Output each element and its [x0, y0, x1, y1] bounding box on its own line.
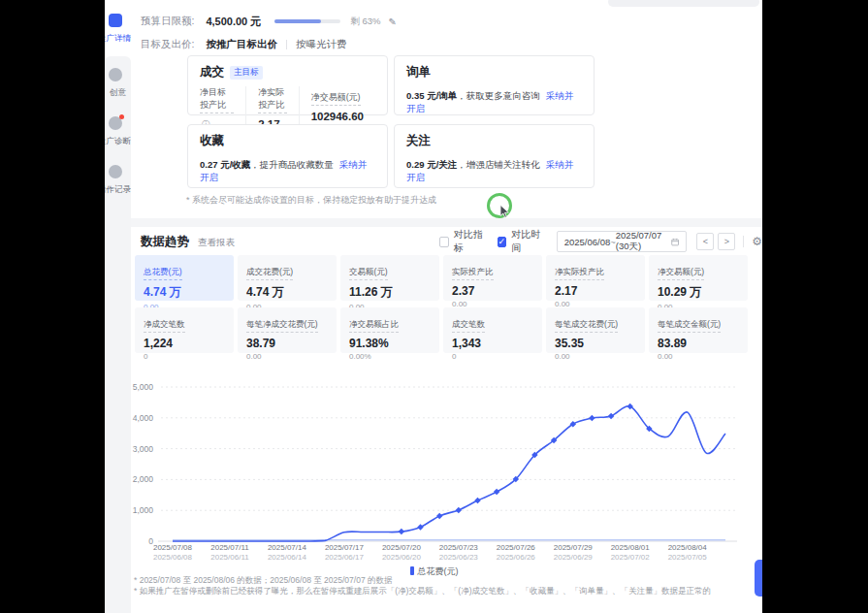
svg-text:3,000: 3,000: [133, 444, 154, 454]
metric-value: 10.29 万: [658, 284, 739, 301]
trend-metric-card[interactable]: 净交易额(元)10.29 万0.00: [649, 255, 748, 301]
goal-favorite-title: 收藏: [200, 133, 224, 149]
trend-controls: 对比指标 ✓ 对比时间 2025/06/08 ~ 2025/07/07 (30天…: [439, 232, 762, 251]
bidding-row: 目标及出价: 按推广目标出价 按曝光计费: [141, 37, 346, 52]
metric-value: 2.37: [452, 284, 533, 298]
prev-period-button[interactable]: <: [696, 233, 714, 250]
settings-gear-icon[interactable]: ⚙: [752, 236, 762, 247]
view-report-link[interactable]: 查看报表: [198, 237, 235, 249]
svg-text:5,000: 5,000: [133, 382, 154, 392]
metric-label: 净交易额(元): [658, 267, 704, 280]
sidebar-item-label: 创意: [105, 87, 131, 99]
scrollbar-thumb[interactable]: [755, 560, 762, 597]
goal-card-follow[interactable]: 关注 0.29 元/关注，增强店铺关注转化采纳并开启: [394, 124, 595, 188]
sidebar-item-0[interactable]: 推广详情: [105, 14, 131, 45]
date-range-picker[interactable]: 2025/06/08 ~ 2025/07/07 (30天): [557, 231, 688, 252]
controls-divider: [743, 236, 744, 247]
svg-text:2025/07/29: 2025/07/29: [554, 543, 594, 552]
trend-metric-card[interactable]: 净交易额占比91.38%0.00%: [340, 307, 439, 353]
trend-line-chart[interactable]: 01,0002,0003,0004,0005,0002025/07/082025…: [105, 370, 762, 564]
sidebar-item-2[interactable]: 推广诊断: [105, 116, 131, 147]
metric-label: 净实际投产比: [555, 267, 604, 280]
metric-value: 91.38%: [349, 337, 431, 350]
metric-value: 38.79: [246, 337, 328, 350]
trend-section-title: 数据趋势: [141, 234, 189, 250]
creative-icon: [109, 68, 122, 81]
svg-text:1,000: 1,000: [133, 505, 154, 515]
metric-value: 1,224: [144, 337, 225, 350]
metric-label: 成交花费(元): [246, 267, 293, 280]
diagnose-icon: [109, 116, 122, 130]
goal-card-favorite[interactable]: 收藏 0.27 元/收藏，提升商品收藏数量采纳并开启: [187, 124, 388, 188]
trend-metric-card[interactable]: 成交花费(元)4.74 万0.00: [238, 255, 337, 301]
metric-value: 1,343: [452, 337, 533, 350]
metric-label: 净交易额占比: [349, 319, 399, 333]
metric-compare-value: 0.00%: [349, 352, 431, 361]
metric-value: 83.89: [658, 337, 739, 350]
chart-footnote-disclaimer: * 如果推广在暂停或删除前已经获得了曝光，那么在暂停或重建后展示「(净)交易额」…: [134, 586, 711, 597]
metric-compare-value: 0.00: [246, 352, 328, 361]
svg-text:2025/06/26: 2025/06/26: [497, 553, 536, 562]
daily-budget-row: 预算日限额: 4,500.00 元 剩 63% ✎: [141, 14, 397, 29]
bidding-label: 目标及出价:: [141, 38, 194, 51]
daily-budget-amount: 4,500.00 元: [206, 15, 261, 29]
compare-metric-checkbox[interactable]: [439, 237, 449, 247]
goal-inquiry-title: 询单: [406, 64, 431, 81]
svg-text:2025/07/17: 2025/07/17: [325, 543, 365, 552]
svg-text:2025/07/11: 2025/07/11: [210, 543, 249, 552]
history-icon: [109, 165, 122, 178]
tab-bid-by-impression[interactable]: 按曝光计费: [296, 38, 347, 51]
budget-progress-fill: [274, 19, 321, 23]
svg-text:4,000: 4,000: [133, 413, 154, 423]
budget-remaining-label: 剩 63%: [350, 16, 380, 28]
svg-text:2,000: 2,000: [133, 474, 154, 484]
sidebar-item-label: 推广诊断: [105, 136, 131, 147]
svg-text:2025/07/20: 2025/07/20: [382, 543, 422, 552]
alert-dot: [119, 114, 124, 119]
trend-metrics-row2: 净成交笔数1,2240每笔净成交花费(元)38.790.00净交易额占比91.3…: [135, 307, 748, 353]
trend-metric-card[interactable]: 实际投产比2.370.00: [443, 255, 542, 301]
sidebar-item-3[interactable]: 操作记录: [105, 165, 131, 196]
svg-text:2025/06/08: 2025/06/08: [153, 553, 193, 562]
svg-text:2025/08/04: 2025/08/04: [668, 543, 708, 552]
svg-text:2025/07/26: 2025/07/26: [497, 543, 536, 552]
svg-text:2025/07/23: 2025/07/23: [439, 543, 479, 552]
metric-value: 4.74 万: [144, 284, 225, 301]
compare-time-checkbox[interactable]: ✓: [498, 237, 507, 247]
trend-metric-card[interactable]: 每笔成交花费(元)35.350.00: [546, 307, 645, 353]
trend-metric-card[interactable]: 每笔净成交花费(元)38.790.00: [238, 307, 337, 353]
sidebar-item-label: 推广详情: [105, 33, 131, 45]
tab-bid-by-goal[interactable]: 按推广目标出价: [206, 38, 277, 51]
trend-metric-card[interactable]: 净实际投产比2.170.00: [546, 255, 645, 301]
trend-metric-card[interactable]: 交易额(元)11.26 万0.00: [340, 255, 439, 301]
metric-compare-value: 0.00: [658, 352, 739, 361]
top-toolbar-fragment: [608, 0, 759, 7]
trend-metric-card[interactable]: 净成交笔数1,2240: [135, 307, 234, 353]
trend-metric-card[interactable]: 成交笔数1,3430: [443, 307, 542, 353]
metric-label: 每笔净成交花费(元): [246, 319, 318, 333]
budget-progress-bar: [274, 19, 340, 23]
goal-footnote: * 系统会尽可能达成你设置的目标，保持稳定投放有助于提升达成: [186, 194, 436, 207]
tab-divider: [286, 40, 287, 49]
next-period-button[interactable]: >: [718, 233, 735, 250]
sidebar-item-1[interactable]: 创意: [105, 68, 131, 99]
metric-value: 11.26 万: [349, 284, 431, 301]
goal-deal-title: 成交: [200, 64, 224, 81]
trend-metric-card[interactable]: 每笔成交金额(元)83.890.00: [649, 307, 748, 353]
goal-card-inquiry[interactable]: 询单 0.35 元/询单，获取更多意向咨询采纳并开启: [394, 55, 595, 115]
goal-card-deal[interactable]: 成交 主目标 净目标投产比ⓘ 2.45✎ 净实际投产比 2.17 净交易额(元)…: [187, 55, 388, 115]
svg-text:2025/06/11: 2025/06/11: [210, 553, 249, 562]
svg-text:2025/06/17: 2025/06/17: [325, 553, 365, 562]
trend-metric-card[interactable]: 总花费(元)4.74 万0.00: [135, 255, 234, 301]
calendar-icon: [671, 237, 679, 247]
edit-budget-icon[interactable]: ✎: [388, 16, 396, 27]
goal-cards: 成交 主目标 净目标投产比ⓘ 2.45✎ 净实际投产比 2.17 净交易额(元)…: [187, 55, 595, 188]
metric-label: 净成交笔数: [144, 319, 185, 333]
campaign-detail-icon: [109, 14, 122, 27]
compare-time-label: 对比时间: [511, 228, 544, 255]
svg-text:2025/06/23: 2025/06/23: [439, 553, 479, 562]
metric-value: 2.17: [555, 284, 636, 298]
legend-label: 总花费(元): [418, 566, 459, 576]
metric-value: 35.35: [555, 337, 636, 350]
goal-follow-title: 关注: [406, 133, 431, 149]
